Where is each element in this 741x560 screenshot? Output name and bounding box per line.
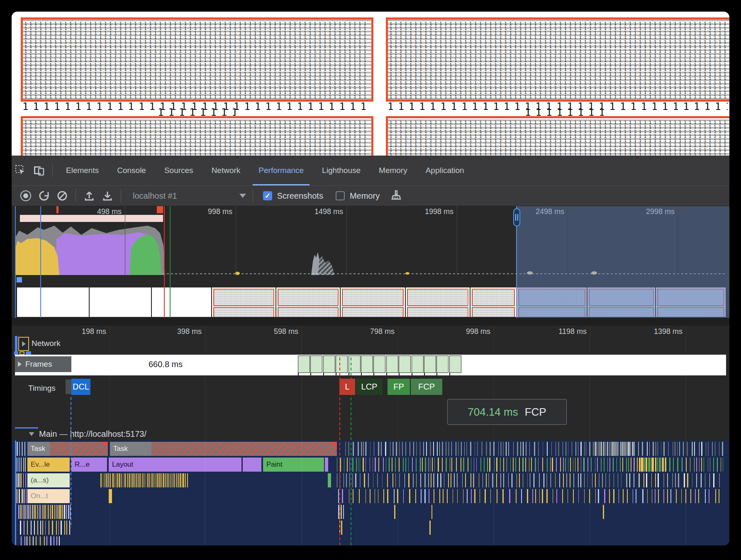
recalculate-style-bar[interactable]: R...e [71, 458, 107, 472]
micro-task-bar [471, 489, 472, 503]
fcp-badge[interactable]: FCP [411, 379, 442, 395]
performance-toolbar: localhost #1 ✓ Screenshots Memory [12, 185, 729, 206]
micro-task-bar [103, 473, 104, 487]
task-bar[interactable]: Task [27, 442, 108, 456]
layout-bar-small[interactable] [243, 458, 261, 472]
timing-tick [66, 380, 71, 394]
frame-bar[interactable] [373, 355, 385, 373]
frames-track[interactable]: 660.8 ms Frames [15, 355, 726, 375]
frame-bar[interactable] [449, 355, 461, 373]
frame-bar[interactable] [399, 355, 411, 373]
micro-task-bar [617, 442, 618, 456]
overview-tick: 1998 ms [425, 207, 453, 216]
load-profile-icon[interactable] [80, 187, 98, 204]
screenshot-thumbnail[interactable] [151, 287, 211, 317]
frame-bar[interactable] [386, 355, 398, 373]
main-flame-chart[interactable]: Task Task Ev...le R...e Layout Paint (a.… [12, 441, 729, 545]
memory-checkbox[interactable] [336, 191, 345, 200]
micro-task-bar [386, 458, 386, 472]
micro-task-bar [612, 442, 613, 456]
record-button[interactable] [17, 187, 35, 204]
micro-task-bar [387, 473, 388, 487]
micro-task-bar [451, 473, 451, 487]
device-toolbar-icon[interactable] [30, 162, 48, 179]
micro-task-bar [171, 473, 171, 487]
inspect-element-icon[interactable] [12, 162, 30, 179]
screenshots-checkbox[interactable]: ✓ [263, 191, 272, 200]
ontimeout-bar[interactable]: On...t [27, 489, 70, 503]
screenshot-thumbnail[interactable] [340, 287, 405, 317]
micro-task-bar [587, 458, 588, 472]
frames-track-label[interactable]: Frames [15, 356, 71, 372]
micro-task-bar [526, 442, 526, 456]
tab-console[interactable]: Console [108, 156, 155, 185]
frame-tick [386, 373, 387, 375]
lcp-badge[interactable]: LCP [356, 379, 383, 395]
frame-bar[interactable] [349, 355, 361, 373]
screenshot-thumbnail[interactable] [276, 287, 340, 317]
micro-task-bar [503, 442, 504, 456]
micro-task-bar [24, 442, 26, 456]
tab-memory[interactable]: Memory [370, 156, 417, 185]
micro-task-bar [676, 489, 677, 503]
dcl-badge[interactable]: DCL [71, 379, 90, 395]
gridline [125, 206, 125, 275]
micro-task-bar [36, 536, 37, 545]
anonymous-fn-bar[interactable]: (a...s) [27, 473, 70, 487]
style-bar-small[interactable] [325, 458, 328, 472]
tab-elements[interactable]: Elements [57, 156, 108, 185]
tab-performance[interactable]: Performance [249, 156, 313, 185]
micro-task-bar [373, 473, 373, 487]
screenshot-thumbnail[interactable] [212, 287, 275, 317]
micro-task-bar [147, 473, 148, 487]
frame-bar[interactable] [361, 355, 373, 373]
frame-bar[interactable] [412, 355, 424, 373]
screenshot-thumbnail[interactable] [470, 287, 516, 317]
micro-task-bar [420, 442, 421, 456]
micro-task-bar [598, 489, 599, 503]
load-badge[interactable]: L [339, 379, 355, 395]
network-track-label[interactable]: Network [32, 339, 61, 348]
network-expand-icon[interactable] [18, 337, 29, 351]
evaluate-script-bar[interactable]: Ev...le [27, 458, 70, 472]
garbage-collect-icon[interactable] [387, 187, 405, 204]
tab-application[interactable]: Application [417, 156, 473, 185]
micro-task-bar [474, 489, 475, 503]
tab-sources[interactable]: Sources [155, 156, 202, 185]
tab-network[interactable]: Network [202, 156, 250, 185]
screenshot-thumbnail[interactable] [89, 287, 151, 317]
timings-track-label[interactable]: Timings [28, 384, 56, 393]
collapse-icon[interactable] [29, 432, 34, 436]
micro-task-bar [392, 458, 392, 472]
expand-icon [18, 362, 22, 367]
main-thread-header[interactable]: Main — http://localhost:5173/ [12, 427, 729, 441]
window-drag-handle[interactable] [513, 208, 520, 226]
micro-task-bar [395, 473, 396, 487]
screenshot-thumbnail[interactable] [17, 287, 89, 317]
fcp-marker-line [351, 355, 351, 441]
micro-task-bar [373, 458, 373, 472]
micro-task-bar [634, 442, 635, 456]
screenshot-thumbnail[interactable] [405, 287, 470, 317]
fp-badge[interactable]: FP [388, 379, 410, 395]
task-bar[interactable]: Task [110, 442, 337, 456]
frame-bar[interactable] [336, 355, 348, 373]
chevron-down-icon[interactable] [239, 194, 246, 198]
micro-task-bar [54, 505, 55, 519]
paint-bar[interactable]: Paint [263, 458, 324, 472]
tab-lighthouse[interactable]: Lighthouse [313, 156, 370, 185]
micro-task-bar [682, 458, 683, 472]
micro-task-bar [378, 458, 379, 472]
frame-bar[interactable] [310, 355, 322, 373]
frame-bar[interactable] [298, 355, 310, 373]
reload-and-record-button[interactable] [35, 187, 53, 204]
frame-bar[interactable] [323, 355, 335, 373]
clear-button[interactable] [53, 187, 71, 204]
micro-task-bar [424, 473, 426, 487]
save-profile-icon[interactable] [98, 187, 117, 204]
frame-bar[interactable] [436, 355, 448, 373]
profile-select[interactable]: localhost #1 [133, 191, 177, 201]
layout-bar[interactable]: Layout [109, 458, 241, 472]
frame-bar[interactable] [424, 355, 436, 373]
dcl-marker-line [71, 395, 71, 440]
